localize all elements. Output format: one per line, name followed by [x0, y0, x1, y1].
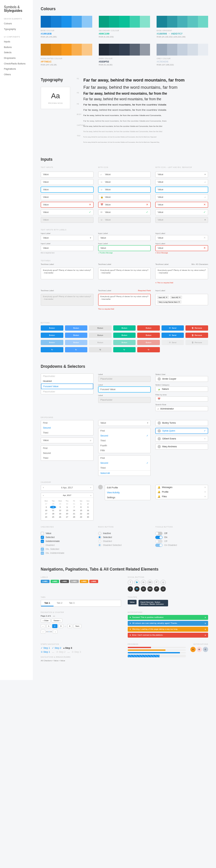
close-icon[interactable]: ✕: [205, 628, 206, 630]
chevron-left-icon[interactable]: ‹: [43, 487, 44, 489]
sidebar-item[interactable]: Check/Radio Buttons: [4, 61, 29, 67]
social-ig-icon[interactable]: ◎: [160, 586, 166, 592]
dd-hovered[interactable]: Hovered: [41, 379, 93, 383]
dd-item[interactable]: Second: [41, 425, 93, 430]
input-error[interactable]: Value: [41, 202, 94, 208]
cal-day[interactable]: 10: [43, 509, 49, 512]
dd-focused[interactable]: Focused Value: [41, 383, 93, 389]
step[interactable]: ① Step 1: [41, 651, 50, 653]
dd-item[interactable]: Third: [99, 465, 151, 470]
dd-sel-list[interactable]: FirstSecondThirdSelect All: [98, 455, 151, 476]
cal-day[interactable]: 18: [50, 513, 56, 515]
social-be-icon[interactable]: Bē: [147, 586, 153, 592]
social-fb-icon[interactable]: f: [128, 580, 133, 585]
person-row[interactable]: Bobby Torres: [155, 420, 208, 426]
dd-item[interactable]: First: [41, 446, 93, 451]
cal-day[interactable]: 27: [64, 516, 70, 518]
person-row[interactable]: Sylvia Quinn✓: [155, 428, 208, 434]
dd-item[interactable]: Third: [41, 456, 93, 461]
dd-item[interactable]: Second: [99, 461, 151, 465]
cal-day[interactable]: 30: [85, 516, 91, 518]
cal-day[interactable]: 7: [71, 506, 77, 508]
dd-item[interactable]: Fifth: [99, 448, 151, 453]
pg[interactable]: 1: [46, 624, 51, 628]
button-primary[interactable]: Button: [41, 333, 63, 338]
cal-day[interactable]: 4: [50, 506, 56, 508]
cal-day[interactable]: 13: [64, 509, 70, 512]
step[interactable]: ✓ Step 1: [41, 647, 50, 649]
tags-input[interactable]: Item #1 ✕Item #2 ✕Very Long Name Item ✕: [155, 294, 208, 305]
button-primary[interactable]: Button: [65, 333, 88, 338]
older-button[interactable]: ‹ Older: [41, 619, 50, 622]
input[interactable]: Value: [98, 235, 151, 241]
social-fb-icon[interactable]: f: [128, 586, 133, 592]
input-icon[interactable]: 🔒Value: [98, 194, 151, 200]
button-remove[interactable]: 🗑Remove: [185, 333, 208, 338]
input-error[interactable]: Value: [155, 202, 208, 208]
button-remove[interactable]: 🗑Remove: [185, 326, 208, 331]
cal-day[interactable]: 6: [64, 506, 70, 508]
cal-day[interactable]: 17: [43, 513, 49, 515]
dd-long-list[interactable]: FirstSecondThirdFourthFifth: [98, 428, 151, 453]
textarea[interactable]: Everybody good? Plenty of slaves for my …: [98, 268, 151, 279]
dd-trigger[interactable]: Value: [98, 420, 151, 426]
notif-menu[interactable]: 🔔Messages▾🔔Profile▾🔔Files▾: [155, 485, 208, 499]
profile-item[interactable]: Edit Profile: [105, 485, 151, 490]
input-search-right[interactable]: Value⌕: [155, 179, 208, 185]
button-primary[interactable]: Button: [65, 326, 88, 331]
input-default[interactable]: Value: [41, 179, 94, 185]
newer-button[interactable]: Newer ›: [51, 619, 62, 622]
cal-day[interactable]: 26: [57, 516, 63, 518]
sidebar-item[interactable]: Typography: [4, 27, 29, 32]
checkbox[interactable]: ✓: [41, 536, 44, 539]
dd-list-b[interactable]: FirstSecondThird: [41, 445, 94, 461]
radio[interactable]: [98, 536, 101, 539]
profile-item[interactable]: View Activity: [105, 490, 151, 495]
chevron-left-icon[interactable]: ‹: [43, 494, 44, 496]
social-pi-icon[interactable]: P: [154, 580, 159, 585]
cal-day[interactable]: 16: [85, 509, 91, 512]
textarea[interactable]: Everybody good? Plenty of slaves for my …: [155, 268, 208, 279]
step-current[interactable]: ● Step 3: [63, 647, 72, 649]
cal-day[interactable]: 22: [78, 513, 84, 515]
button-primary[interactable]: Button: [41, 326, 63, 331]
dd-item[interactable]: Fourth: [99, 443, 151, 448]
sidebar-item[interactable]: Selects: [4, 50, 29, 56]
user-select[interactable]: Annie Cooper: [155, 376, 208, 382]
person-row[interactable]: Gilbert Evans✕: [155, 436, 208, 442]
input-focus[interactable]: Value: [155, 187, 208, 193]
input-default[interactable]: Value: [41, 172, 94, 178]
cal-day[interactable]: 24: [43, 516, 49, 518]
sidebar-item[interactable]: Others: [4, 72, 29, 78]
input-valid[interactable]: Value: [41, 209, 94, 215]
category-select[interactable]: 🍃Nature: [155, 386, 208, 392]
button-send[interactable]: ✉Send: [161, 326, 184, 331]
cal-day[interactable]: 23: [85, 513, 91, 515]
dd-item[interactable]: First: [99, 456, 151, 461]
sidebar-item[interactable]: Dropdowns: [4, 56, 29, 61]
tab[interactable]: Tab 3: [66, 600, 78, 607]
button-success[interactable]: Button: [113, 326, 136, 331]
date-input[interactable]: ‹6 Apr, 2017›: [41, 485, 94, 491]
step[interactable]: ✓ Step 2: [52, 647, 61, 649]
input-valid[interactable]: Value: [98, 245, 151, 251]
radio[interactable]: [98, 532, 101, 535]
cal-day[interactable]: 28: [50, 502, 56, 505]
cal-day[interactable]: 1: [78, 502, 84, 505]
button-danger[interactable]: Button: [137, 333, 160, 338]
input-icon[interactable]: ☺Value: [98, 179, 151, 185]
cal-day[interactable]: 8: [78, 506, 84, 508]
sidebar-item[interactable]: Paginations: [4, 66, 29, 72]
toggle[interactable]: [155, 536, 163, 539]
input[interactable]: Value: [41, 235, 94, 241]
close-icon[interactable]: ✕: [205, 616, 206, 619]
input-icon-error[interactable]: 📅Value: [98, 202, 151, 208]
dd-placeholder[interactable]: Placeholder: [41, 389, 93, 394]
social-in-icon[interactable]: in: [141, 580, 146, 585]
input-dropdown[interactable]: Value: [155, 172, 208, 178]
social-pi-icon[interactable]: P: [154, 586, 159, 592]
cal-day[interactable]: 15: [78, 509, 84, 512]
cal-day[interactable]: 5: [57, 506, 63, 508]
input-focused[interactable]: Value: [41, 187, 94, 193]
notif-item[interactable]: 🔔Profile▾: [155, 490, 208, 494]
